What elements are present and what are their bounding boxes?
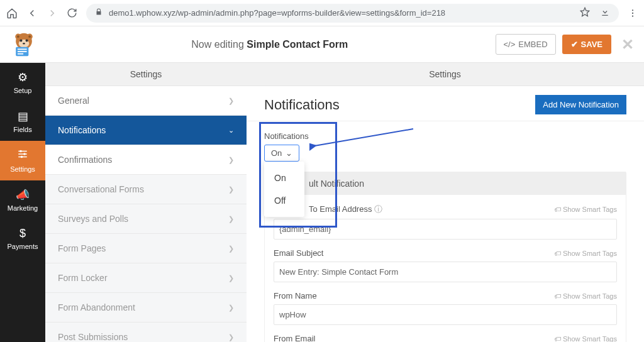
embed-button[interactable]: </>EMBED: [496, 34, 556, 55]
svg-point-11: [26, 39, 28, 41]
sidebar-item-payments[interactable]: $Payments: [0, 219, 45, 258]
dropdown-option-off[interactable]: Off: [264, 189, 304, 212]
menu-dots-icon[interactable]: [628, 8, 638, 18]
settings-item-formpages[interactable]: Form Pages❯: [45, 234, 247, 263]
dropdown-menu: On Off: [264, 162, 304, 217]
settings-item-general[interactable]: General❯: [45, 86, 247, 116]
settings-subnav-title: Settings: [45, 63, 247, 86]
field-label: To Email Address: [309, 204, 372, 214]
star-icon[interactable]: [580, 7, 590, 19]
chevron-right-icon: ❯: [228, 245, 234, 253]
svg-point-8: [28, 35, 31, 38]
svg-point-20: [19, 150, 22, 153]
tag-icon: 🏷: [554, 335, 561, 343]
list-icon: ▤: [0, 109, 45, 123]
svg-point-2: [632, 12, 633, 13]
content-area: Settings Notifications Add New Notificat…: [247, 63, 644, 342]
check-icon: ✔: [571, 40, 578, 49]
forward-icon: [47, 8, 58, 19]
reload-icon[interactable]: [67, 8, 77, 18]
sliders-icon: [0, 148, 45, 163]
help-icon[interactable]: ⓘ: [374, 204, 382, 214]
chevron-right-icon: ❯: [228, 333, 234, 341]
svg-point-7: [17, 35, 19, 38]
field-label: From Name: [274, 291, 317, 301]
send-to-email-input[interactable]: [274, 219, 617, 240]
tag-icon: 🏷: [554, 292, 561, 300]
svg-point-22: [21, 156, 23, 158]
svg-point-21: [23, 153, 26, 155]
chevron-right-icon: ❯: [228, 97, 234, 105]
smart-tags-link[interactable]: 🏷Show Smart Tags: [554, 250, 617, 257]
home-icon[interactable]: [6, 8, 18, 19]
smart-tags-link[interactable]: 🏷Show Smart Tags: [554, 335, 617, 343]
url-text: demo1.wphow.xyz/wp-admin/admin.php?page=…: [109, 8, 574, 18]
dropdown-option-on[interactable]: On: [264, 167, 304, 189]
sidebar-item-marketing[interactable]: 📣Marketing: [0, 180, 45, 219]
page-heading: Notifications: [264, 97, 340, 113]
megaphone-icon: 📣: [0, 188, 45, 202]
settings-item-notifications[interactable]: Notifications⌄: [45, 116, 247, 145]
content-tab-title: Settings: [247, 63, 644, 86]
settings-subnav: Settings General❯ Notifications⌄ Confirm…: [45, 63, 247, 342]
settings-item-formlocker[interactable]: Form Locker❯: [45, 263, 247, 293]
download-icon[interactable]: [600, 7, 610, 19]
chevron-right-icon: ❯: [228, 215, 234, 223]
svg-point-12: [23, 42, 25, 44]
sidebar-item-fields[interactable]: ▤Fields: [0, 102, 45, 141]
editing-title: Now editing Simple Contact Form: [44, 39, 496, 50]
svg-rect-15: [18, 51, 27, 52]
sidebar-item-setup[interactable]: ⚙Setup: [0, 63, 45, 102]
chevron-right-icon: ❯: [228, 185, 234, 194]
sidebar-item-settings[interactable]: Settings: [0, 141, 45, 180]
svg-point-10: [19, 39, 22, 41]
browser-toolbar: demo1.wphow.xyz/wp-admin/admin.php?page=…: [0, 0, 644, 26]
settings-item-surveys[interactable]: Surveys and Polls❯: [45, 204, 247, 234]
svg-rect-16: [18, 53, 23, 54]
back-icon[interactable]: [26, 8, 38, 19]
settings-item-post-submissions[interactable]: Post Submissions❯: [45, 323, 247, 342]
chevron-down-icon: ⌄: [228, 126, 234, 135]
notifications-toggle-label: Notifications: [264, 131, 626, 141]
gear-icon: ⚙: [0, 70, 45, 84]
panel-title: ult Notification: [265, 172, 626, 195]
url-bar[interactable]: demo1.wphow.xyz/wp-admin/admin.php?page=…: [86, 4, 619, 23]
main-sidebar: ⚙Setup ▤Fields Settings 📣Marketing $Paym…: [0, 63, 45, 342]
chevron-right-icon: ❯: [228, 156, 234, 164]
dollar-icon: $: [0, 227, 45, 240]
settings-item-confirmations[interactable]: Confirmations❯: [45, 145, 247, 175]
field-label: From Email: [274, 334, 315, 342]
app-topbar: Now editing Simple Contact Form </>EMBED…: [0, 26, 644, 63]
chevron-down-icon: ⌄: [286, 148, 292, 158]
field-label: Email Subject: [274, 248, 323, 258]
settings-item-abandonment[interactable]: Form Abandonment❯: [45, 293, 247, 323]
add-notification-button[interactable]: Add New Notification: [535, 95, 626, 114]
svg-point-3: [632, 15, 633, 16]
close-icon[interactable]: ✕: [621, 36, 634, 53]
lock-icon: [95, 8, 103, 18]
chevron-right-icon: ❯: [228, 274, 234, 282]
email-subject-input[interactable]: [274, 262, 617, 282]
smart-tags-link[interactable]: 🏷Show Smart Tags: [554, 206, 617, 213]
notifications-toggle-select[interactable]: On ⌄: [264, 145, 299, 162]
tag-icon: 🏷: [554, 206, 561, 213]
svg-marker-0: [580, 8, 589, 16]
svg-rect-14: [18, 48, 27, 50]
chevron-right-icon: ❯: [228, 304, 234, 312]
notification-panel: ult Notification To Email Address ⓘ 🏷Sho…: [264, 172, 626, 342]
wpforms-logo: [10, 31, 38, 58]
smart-tags-link[interactable]: 🏷Show Smart Tags: [554, 292, 617, 300]
save-button[interactable]: ✔SAVE: [562, 35, 611, 54]
from-name-input[interactable]: [274, 304, 617, 325]
settings-item-conversational[interactable]: Conversational Forms❯: [45, 175, 247, 204]
tag-icon: 🏷: [554, 250, 561, 257]
code-icon: </>: [504, 40, 516, 49]
svg-point-1: [632, 9, 633, 11]
